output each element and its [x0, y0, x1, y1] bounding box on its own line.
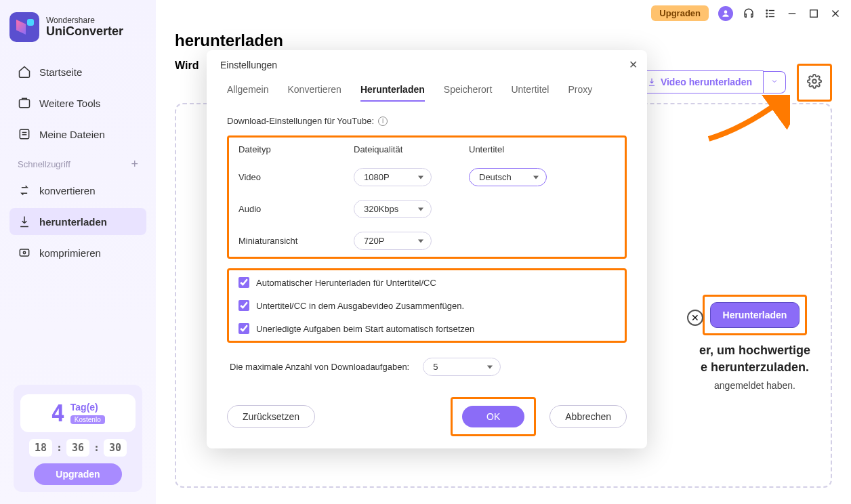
max-tasks-select[interactable]: 5 — [423, 358, 501, 376]
checkbox-resume-tasks[interactable]: Unerledigte Aufgaben beim Start automati… — [238, 323, 615, 334]
checkbox-highlight: Automatischer Herunterladen für Untertit… — [227, 268, 627, 343]
brand-top: Wondershare — [46, 16, 123, 25]
ok-highlight: OK — [451, 397, 536, 436]
promo-text-2: e herunterzuladen. — [699, 359, 810, 376]
sidebar-item-files[interactable]: Meine Dateien — [9, 121, 146, 148]
reset-button[interactable]: Zurücksetzen — [227, 405, 315, 428]
checkbox-input[interactable] — [238, 323, 249, 334]
nav-label: Weitere Tools — [39, 98, 100, 109]
header-filetype: Dateityp — [238, 144, 354, 154]
trial-minutes: 36 — [66, 439, 89, 457]
promo-highlight: Herunterladen — [703, 295, 808, 335]
sidebar-item-tools[interactable]: Weitere Tools — [9, 89, 146, 117]
quality-settings-highlight: Dateityp Dateiqualität Untertitel Video … — [227, 135, 627, 259]
nav-label: herunterladen — [39, 216, 107, 228]
header-quality: Dateiqualität — [354, 144, 469, 154]
info-icon[interactable]: i — [378, 117, 388, 126]
download-hint: Download-Einstellungen für YouTube: i — [227, 116, 627, 126]
checkbox-input[interactable] — [238, 277, 249, 288]
max-tasks-label: Die maximale Anzahl von Downloadaufgaben… — [230, 362, 409, 372]
checkbox-label: Unerledigte Aufgaben beim Start automati… — [256, 324, 474, 334]
tab-storage[interactable]: Speicherort — [444, 79, 493, 102]
download-dropdown-button[interactable] — [764, 71, 786, 93]
tab-subtitle[interactable]: Untertitel — [511, 79, 549, 102]
svg-point-1 — [766, 9, 768, 11]
modal-footer: Zurücksetzen OK Abbrechen — [227, 397, 627, 436]
svg-point-16 — [23, 251, 25, 253]
menu-list-icon[interactable] — [764, 7, 776, 20]
svg-rect-15 — [20, 249, 28, 256]
row-audio-label: Audio — [238, 204, 354, 214]
svg-rect-12 — [20, 129, 28, 138]
minimize-icon[interactable] — [786, 7, 798, 20]
svg-rect-8 — [810, 9, 818, 17]
promo-text-1: er, um hochwertige — [699, 342, 810, 359]
checkbox-auto-subtitle[interactable]: Automatischer Herunterladen für Untertit… — [238, 277, 615, 288]
trial-days-label: Tag(e) — [70, 402, 105, 413]
app-logo: Wondershare UniConverter — [9, 12, 146, 42]
download-video-button[interactable]: Video herunterladen — [636, 70, 764, 93]
trial-days-number: 4 — [51, 400, 64, 427]
audio-quality-select[interactable]: 320Kbps — [354, 200, 432, 218]
modal-title: Einstellungen — [220, 60, 634, 70]
avatar-icon[interactable] — [718, 6, 733, 21]
maximize-icon[interactable] — [808, 7, 820, 20]
checkbox-input[interactable] — [238, 300, 249, 311]
tab-download[interactable]: Herunterladen — [360, 79, 425, 102]
nav-label: Startseite — [39, 66, 82, 78]
hint-text: Download-Einstellungen für YouTube: — [227, 116, 374, 126]
sidebar-item-compress[interactable]: komprimieren — [9, 239, 146, 266]
checkbox-label: Automatischer Herunterladen für Untertit… — [256, 278, 436, 288]
checkbox-label: Untertitel/CC in dem Ausgabevideo Zusamm… — [256, 301, 464, 311]
subtitle-language-select[interactable]: Deutsch — [469, 168, 547, 186]
download-video-button-group: Video herunterladen — [636, 70, 786, 93]
svg-point-17 — [812, 79, 816, 83]
settings-gear-highlight — [797, 64, 832, 102]
quick-label: Schnellzugriff — [18, 159, 70, 169]
trial-card: 4 Tag(e) Kostenlo 18: 36: 30 Upgraden — [14, 385, 142, 492]
row-video-label: Video — [238, 172, 354, 182]
max-tasks-row: Die maximale Anzahl von Downloadaufgaben… — [227, 358, 627, 376]
header-subtitle: Untertitel — [469, 144, 570, 154]
page-title: herunterladen — [175, 31, 832, 50]
sidebar-item-convert[interactable]: konvertieren — [9, 177, 146, 204]
promo-close-icon[interactable]: ✕ — [687, 310, 703, 326]
promo-subtext: angemeldet haben. — [699, 380, 810, 391]
tab-convert[interactable]: Konvertieren — [287, 79, 341, 102]
row-thumb-label: Miniaturansicht — [238, 236, 354, 246]
trial-countdown: 18: 36: 30 — [20, 439, 136, 457]
ok-button[interactable]: OK — [462, 406, 524, 427]
svg-point-2 — [766, 13, 768, 14]
cancel-button[interactable]: Abbrechen — [549, 405, 627, 428]
checkbox-merge-subtitle[interactable]: Untertitel/CC in dem Ausgabevideo Zusamm… — [238, 300, 615, 311]
modal-tabs: Allgemein Konvertieren Herunterladen Spe… — [207, 70, 647, 102]
sidebar-item-download[interactable]: herunterladen — [9, 208, 146, 235]
nav-label: konvertieren — [39, 185, 96, 196]
brand-name: UniConverter — [46, 25, 123, 39]
titlebar: Upgraden — [642, 0, 851, 26]
trial-seconds: 30 — [104, 439, 127, 457]
add-quick-icon[interactable]: + — [131, 157, 138, 171]
sidebar: Wondershare UniConverter Startseite Weit… — [0, 0, 156, 504]
tab-general[interactable]: Allgemein — [227, 79, 268, 102]
close-icon[interactable] — [829, 7, 842, 20]
sidebar-item-home[interactable]: Startseite — [9, 58, 146, 85]
promo-section: ✕ Herunterladen er, um hochwertige e her… — [699, 295, 810, 391]
promo-download-button[interactable]: Herunterladen — [710, 302, 800, 328]
upgrade-pill[interactable]: Upgraden — [651, 5, 709, 21]
svg-point-3 — [766, 16, 768, 17]
gear-icon[interactable] — [807, 79, 822, 91]
download-button-label: Video herunterladen — [661, 77, 752, 87]
modal-close-icon[interactable]: ✕ — [629, 58, 638, 71]
thumbnail-quality-select[interactable]: 720P — [354, 232, 432, 250]
trial-hours: 18 — [29, 439, 52, 457]
nav-label: komprimieren — [39, 247, 101, 259]
settings-modal: Einstellungen ✕ Allgemein Konvertieren H… — [207, 50, 647, 448]
video-quality-select[interactable]: 1080P — [354, 168, 432, 186]
trial-upgrade-button[interactable]: Upgraden — [34, 463, 122, 485]
tab-proxy[interactable]: Proxy — [568, 79, 592, 102]
nav-label: Meine Dateien — [39, 129, 105, 140]
quick-access-header: Schnellzugriff+ — [9, 152, 146, 177]
trial-free-badge: Kostenlo — [70, 415, 105, 424]
headset-icon[interactable] — [743, 7, 755, 20]
